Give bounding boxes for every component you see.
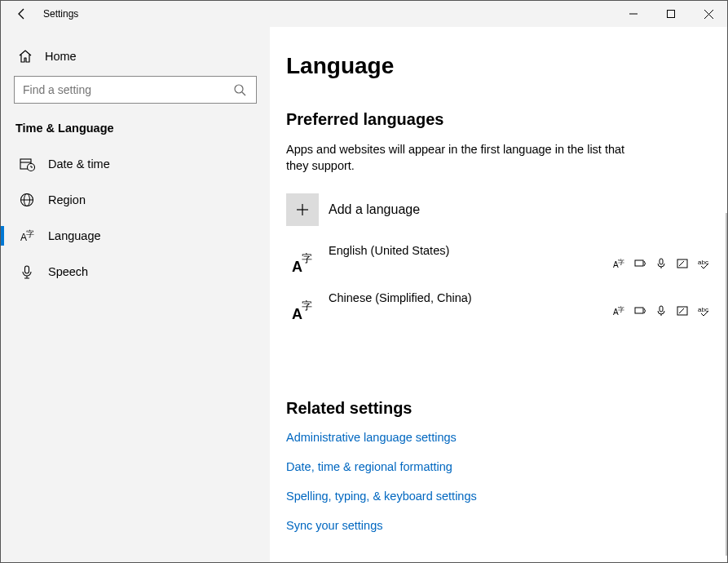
sidebar-group-title: Time & Language: [15, 122, 257, 135]
language-glyph-icon: A字: [286, 294, 319, 326]
home-icon: [17, 48, 33, 64]
speech-recognition-icon: [655, 258, 668, 271]
language-name: Chinese (Simplified, China): [329, 286, 613, 304]
home-label: Home: [45, 50, 77, 63]
svg-rect-27: [635, 308, 643, 313]
main-content: Language Preferred languages Apps and we…: [270, 27, 727, 562]
display-language-icon: A字: [613, 258, 626, 271]
svg-text:字: 字: [618, 259, 624, 266]
link-admin-language[interactable]: Administrative language settings: [286, 431, 711, 444]
language-feature-icons: A字 abc: [613, 255, 711, 271]
text-to-speech-icon: [634, 258, 647, 271]
title-bar: Settings: [1, 1, 727, 27]
svg-rect-29: [677, 307, 687, 315]
preferred-description: Apps and websites will appear in the fir…: [286, 142, 645, 174]
window-controls: [615, 1, 727, 27]
add-language-button[interactable]: Add a language: [286, 193, 711, 226]
language-name: English (United States): [329, 239, 613, 257]
sidebar-item-speech[interactable]: Speech: [14, 254, 257, 290]
language-feature-icons: A字 abc: [613, 302, 711, 318]
preferred-heading: Preferred languages: [286, 110, 711, 129]
add-language-label: Add a language: [329, 202, 420, 217]
link-date-time-format[interactable]: Date, time & regional formatting: [286, 460, 711, 473]
sidebar-item-language[interactable]: A字 Language: [14, 218, 257, 254]
sidebar: Home Time & Language Date & time Reg: [1, 27, 270, 562]
svg-rect-20: [660, 259, 663, 264]
minimize-button[interactable]: [615, 1, 652, 27]
spellcheck-icon: abc: [698, 258, 711, 271]
language-glyph-icon: A字: [286, 246, 319, 279]
globe-icon: [19, 192, 35, 208]
calendar-clock-icon: [19, 156, 35, 172]
search-icon: [232, 82, 248, 98]
language-icon: A字: [19, 228, 35, 244]
close-button[interactable]: [690, 1, 727, 27]
page-title: Language: [286, 53, 711, 79]
svg-text:字: 字: [302, 252, 312, 264]
handwriting-icon: [677, 258, 690, 271]
link-sync-settings[interactable]: Sync your settings: [286, 519, 711, 532]
language-item-english[interactable]: A字 English (United States) A字 abc: [286, 239, 711, 286]
speech-recognition-icon: [655, 305, 668, 318]
maximize-button[interactable]: [652, 1, 690, 27]
svg-rect-12: [25, 266, 29, 273]
display-language-icon: A字: [613, 305, 626, 318]
sidebar-item-region[interactable]: Region: [14, 182, 257, 218]
search-input[interactable]: [23, 83, 232, 96]
svg-line-3: [242, 92, 245, 95]
spellcheck-icon: abc: [698, 305, 711, 318]
nav-label: Language: [48, 229, 101, 242]
nav-label: Speech: [48, 265, 88, 278]
svg-text:字: 字: [618, 306, 624, 313]
text-to-speech-icon: [634, 305, 647, 318]
sidebar-item-date-time[interactable]: Date & time: [14, 146, 257, 182]
language-item-chinese[interactable]: A字 Chinese (Simplified, China) A字 abc: [286, 286, 711, 334]
plus-icon: [286, 193, 319, 226]
scrollbar[interactable]: [726, 213, 727, 556]
body: Home Time & Language Date & time Reg: [1, 27, 727, 562]
svg-rect-28: [660, 306, 663, 312]
nav-label: Date & time: [48, 157, 110, 171]
search-box[interactable]: [14, 76, 257, 104]
svg-text:字: 字: [26, 229, 34, 238]
svg-rect-19: [635, 260, 643, 266]
back-button[interactable]: [11, 2, 33, 25]
svg-point-2: [235, 85, 243, 93]
microphone-icon: [19, 264, 35, 280]
link-spelling-keyboard[interactable]: Spelling, typing, & keyboard settings: [286, 490, 711, 503]
related-heading: Related settings: [286, 399, 711, 418]
settings-window: Settings Home: [0, 0, 728, 563]
nav-label: Region: [48, 193, 86, 206]
svg-text:字: 字: [302, 299, 312, 312]
handwriting-icon: [677, 305, 690, 318]
svg-rect-1: [668, 11, 675, 18]
window-title: Settings: [43, 8, 78, 20]
svg-rect-21: [677, 259, 687, 268]
home-button[interactable]: Home: [14, 43, 257, 76]
